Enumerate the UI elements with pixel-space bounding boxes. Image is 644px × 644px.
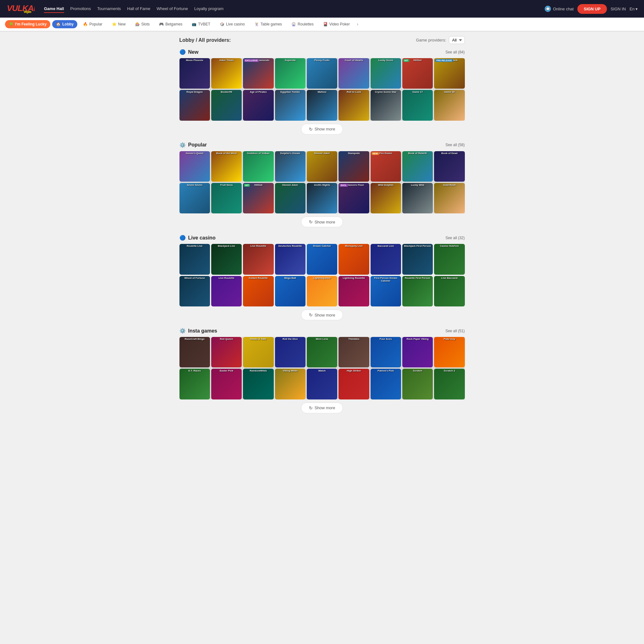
tab-video-poker[interactable]: 🎴 Video Poker	[319, 20, 354, 28]
nav-game-hall[interactable]: Game Hall	[44, 5, 64, 13]
provider-select[interactable]: All	[449, 36, 465, 44]
game-tile[interactable]: Egyptian Tombs	[275, 90, 305, 120]
game-tile[interactable]: Mafiosi	[307, 90, 337, 120]
game-tile[interactable]: High Striker	[339, 369, 369, 399]
game-tile[interactable]: Dream Catcher	[307, 244, 337, 274]
game-tile[interactable]: Roulette Live	[179, 244, 210, 274]
game-tile[interactable]: EXCLUSIVE Book of Diamonds	[243, 58, 273, 89]
game-tile[interactable]: Monopoly Live	[339, 244, 369, 274]
game-tile[interactable]: Match	[307, 369, 337, 399]
game-tile[interactable]: Game 17	[402, 90, 433, 120]
new-see-all[interactable]: See all (84)	[445, 50, 465, 54]
game-tile[interactable]: Stoned Joker	[275, 183, 305, 213]
game-tile[interactable]: Blackjack Live	[211, 244, 242, 274]
game-tile[interactable]: Live Roulette	[211, 276, 242, 306]
game-tile[interactable]: Deutsches Roulette	[275, 244, 305, 274]
game-tile[interactable]: Roulette First Person	[402, 276, 433, 306]
tab-lobby[interactable]: 🏠 Lobby	[52, 20, 77, 28]
game-tile[interactable]: EXCL 20 Dancers Floor	[339, 183, 369, 213]
tab-live-casino[interactable]: 🎲 Live casino	[216, 20, 249, 28]
game-tile[interactable]: Mega Ball	[275, 276, 305, 306]
game-tile[interactable]: Red Queen	[211, 337, 242, 367]
game-tile[interactable]: Roll the Dice	[275, 337, 305, 367]
insta-see-all[interactable]: See all (51)	[445, 329, 465, 333]
game-tile[interactable]: 10,001 Nights	[307, 183, 337, 213]
tab-roulettes[interactable]: 🎡 Roulettes	[288, 20, 317, 28]
game-tile[interactable]: Four Aces	[371, 337, 401, 367]
game-tile[interactable]: Royal Dragon	[179, 90, 210, 120]
game-tile[interactable]: Stoned Joker	[307, 151, 337, 182]
game-tile[interactable]: Easter Pick	[211, 369, 242, 399]
game-tile[interactable]: Roll to Luck	[339, 90, 369, 120]
tab-betgames[interactable]: 🎮 Betgames	[155, 20, 186, 28]
game-tile[interactable]: Scratch 2	[434, 369, 465, 399]
game-tile[interactable]: Lightning Dice	[307, 276, 337, 306]
tab-feeling-lucky[interactable]: 🍀 I'm Feeling Lucky	[5, 20, 50, 28]
game-tile[interactable]: Heads & Tails	[243, 337, 273, 367]
game-tile[interactable]: Live Baccarat	[434, 276, 465, 306]
game-tile[interactable]: Superola	[275, 58, 305, 89]
game-tile[interactable]: Cryme Scene Star	[371, 90, 401, 120]
game-tile[interactable]: E.T. Races	[179, 369, 210, 399]
tab-slots[interactable]: 🎰 Slots	[131, 20, 154, 28]
popular-show-more-button[interactable]: ↻ Show more	[301, 217, 343, 227]
game-tile[interactable]: Patrick's Pick	[371, 369, 401, 399]
signup-button[interactable]: SIGN UP	[577, 4, 607, 14]
nav-promotions[interactable]: Promotions	[70, 5, 91, 13]
game-tile[interactable]: More Less	[307, 337, 337, 367]
tabs-more-icon[interactable]: ›	[355, 20, 360, 28]
game-tile[interactable]: Rock Paper Viking	[402, 337, 433, 367]
game-tile[interactable]: Moon Phoenix	[179, 58, 210, 89]
game-tile[interactable]: Lightning Roulette	[339, 276, 369, 306]
game-tile[interactable]: Game 18	[434, 90, 465, 120]
game-tile[interactable]: Book of the West	[211, 151, 242, 182]
nav-wheel-of-fortune[interactable]: Wheel of Fortune	[157, 5, 188, 13]
game-tile[interactable]: Penny Fruits	[307, 58, 337, 89]
game-tile[interactable]: Fruit Nova	[211, 183, 242, 213]
signin-button[interactable]: SIGN IN	[611, 7, 626, 11]
game-tile[interactable]: Viking Wilds	[275, 369, 305, 399]
nav-hall-of-fame[interactable]: Hall of Fame	[127, 5, 151, 13]
game-tile[interactable]: Wild Dolphin	[371, 183, 401, 213]
game-tile[interactable]: HIT HitSlot	[243, 183, 273, 213]
live-see-all[interactable]: See all (32)	[445, 236, 465, 240]
game-tile[interactable]: Dolphin's Dream	[275, 151, 305, 182]
game-tile[interactable]: RainbowWilds	[243, 369, 273, 399]
game-tile[interactable]: NEW Fire Dozen	[371, 151, 401, 182]
game-tile[interactable]: Blackjack First Person	[402, 244, 433, 274]
game-tile[interactable]: Scratch	[402, 369, 433, 399]
game-tile[interactable]: HIT HitSlot	[402, 58, 433, 89]
new-show-more-button[interactable]: ↻ Show more	[301, 124, 343, 135]
nav-loyalty-program[interactable]: Loyalty program	[194, 5, 223, 13]
game-tile[interactable]: First Person Dream Catcher	[371, 276, 401, 306]
game-tile[interactable]: Booker99	[211, 90, 242, 120]
tab-popular[interactable]: 🔥 Popular	[79, 20, 106, 28]
game-tile[interactable]: RuneCraft Bingo	[179, 337, 210, 367]
game-tile[interactable]: Instant Roulette	[243, 276, 273, 306]
game-tile[interactable]: Joker Times	[211, 58, 242, 89]
game-tile[interactable]: Goddess of Vulkan	[243, 151, 273, 182]
popular-see-all[interactable]: See all (58)	[445, 143, 465, 147]
tab-table-games[interactable]: 🃏 Table games	[250, 20, 286, 28]
online-chat-button[interactable]: 💬 Online chat	[545, 6, 574, 12]
game-tile[interactable]: Lucky Score	[371, 58, 401, 89]
game-tile[interactable]: Court of Hearts	[339, 58, 369, 89]
game-tile[interactable]: Stampede	[339, 151, 369, 182]
game-tile[interactable]: Thimbles	[339, 337, 369, 367]
game-tile[interactable]: Age of Pirates	[243, 90, 273, 120]
game-tile[interactable]: Wheel of Fortune	[179, 276, 210, 306]
tab-tvbet[interactable]: 📺 TVBET	[188, 20, 214, 28]
tab-new[interactable]: ⭐ New	[108, 20, 129, 28]
game-tile[interactable]: Live Roulette	[243, 244, 273, 274]
game-tile[interactable]: Lucky Wild	[402, 183, 433, 213]
language-button[interactable]: En ▾	[630, 7, 638, 11]
game-tile[interactable]: Seven Seven	[179, 183, 210, 213]
nav-tournaments[interactable]: Tournaments	[97, 5, 121, 13]
logo[interactable]: VULKAN Vegas	[6, 3, 35, 15]
live-show-more-button[interactable]: ↻ Show more	[301, 310, 343, 320]
game-tile[interactable]: PRE-RELEASE Cycle of Luck	[434, 58, 465, 89]
game-tile[interactable]: Poke Guy	[434, 337, 465, 367]
game-tile[interactable]: Book of Rebirth	[402, 151, 433, 182]
game-tile[interactable]: Baccarat Live	[371, 244, 401, 274]
game-tile[interactable]: Gold Rush	[434, 183, 465, 213]
